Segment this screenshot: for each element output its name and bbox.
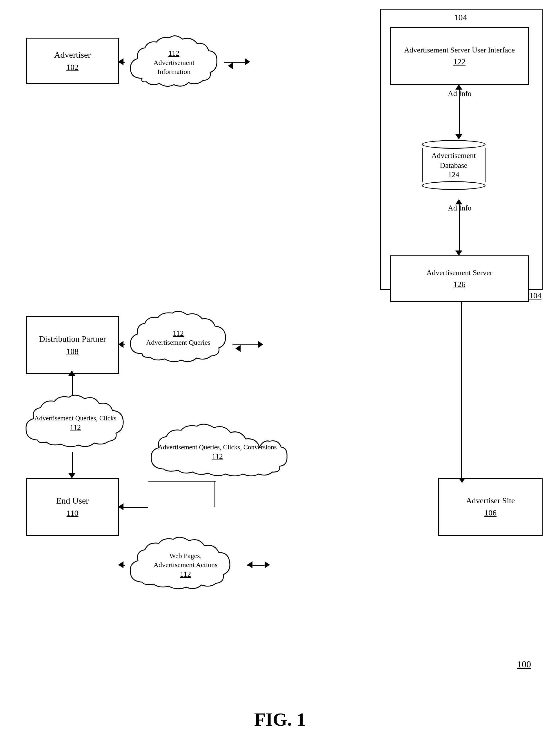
ad-database-label: Advertisement Database	[424, 151, 483, 170]
arrowhead-cloud5-back	[247, 561, 252, 568]
cloud-ad-queries: 112 Advertisement Queries	[125, 310, 232, 365]
cloud-ad-queries-clicks-content: Advertisement Queries, Clicks 112	[29, 411, 122, 435]
ad-server-ui-label: Advertisement Server User Interface	[404, 45, 515, 55]
arrow-cloud1-right	[224, 62, 246, 62]
cloud-ad-queries-conversions-ref: 112	[158, 452, 276, 462]
cloud-ad-info-ref: 112	[153, 48, 194, 58]
end-user-label: End User	[56, 495, 89, 507]
arrow-dp-down	[72, 374, 73, 396]
cloud-ad-queries-conversions-content: Advertisement Queries, Clicks, Conversio…	[152, 440, 282, 464]
cloud-web-pages-content: Web Pages,Advertisement Actions 112	[148, 549, 223, 582]
cloud-ad-queries-conversions-label: Advertisement Queries, Clicks, Conversio…	[158, 443, 276, 452]
cloud-ad-info-label: AdvertisementInformation	[153, 58, 194, 76]
advertiser-ref: 102	[66, 62, 78, 73]
arrow-adserver-down	[461, 301, 462, 479]
cloud-ad-queries-label: Advertisement Queries	[146, 338, 210, 347]
cloud-ad-queries-content: 112 Advertisement Queries	[140, 326, 216, 350]
cloud-ad-queries-clicks-ref: 112	[34, 423, 117, 433]
cloud-ad-info-content: 112 AdvertisementInformation	[148, 45, 200, 79]
cloud-ad-queries-conversions: Advertisement Queries, Clicks, Conversio…	[145, 423, 290, 481]
end-user-ref: 110	[67, 508, 78, 519]
distribution-partner-box: Distribution Partner 108	[26, 316, 119, 374]
arrow-cloud4-h-top	[148, 481, 216, 481]
arrowhead-cloud2-left	[118, 341, 124, 348]
arrowhead-left-1	[118, 58, 124, 65]
production-site-ref: 104	[529, 291, 541, 300]
cloud-web-pages-label: Web Pages,Advertisement Actions	[154, 552, 218, 569]
arrow-ui-to-db	[459, 86, 460, 135]
diagram: 104 Advertisement Server User Interface …	[17, 9, 543, 705]
ad-server-label: Advertisement Server	[426, 268, 492, 278]
advertiser-site-ref: 106	[484, 507, 497, 519]
advertiser-box: Advertiser 102	[26, 38, 119, 84]
production-site-label: 104	[379, 12, 542, 22]
ref-100: 100	[517, 659, 531, 670]
arrowhead-adserver-down	[458, 478, 465, 483]
ad-database-cylinder: Advertisement Database 124	[422, 140, 486, 190]
production-site-box: 104 Advertisement Server User Interface …	[380, 9, 543, 290]
arrowhead-dp-up	[68, 371, 75, 376]
arrow-cloud3-down	[72, 452, 73, 474]
arrowhead-cloud5-right	[264, 561, 270, 568]
advertiser-site-box: Advertiser Site 106	[438, 478, 543, 536]
arrowhead-cloud2-right	[258, 341, 263, 348]
cloud-ad-queries-clicks: Advertisement Queries, Clicks 112	[20, 394, 131, 452]
cloud-web-pages-ref: 112	[154, 569, 218, 579]
arrowhead-cloud2-back	[235, 345, 240, 352]
end-user-box: End User 110	[26, 478, 119, 536]
arrowhead-left-2	[228, 62, 233, 69]
arrowhead-cloud5-left	[118, 561, 124, 568]
arrowhead-down-2	[455, 251, 462, 256]
cloud-web-pages: Web Pages,Advertisement Actions 112	[125, 536, 246, 594]
arrowhead-down-1	[455, 134, 462, 139]
arrow-cloud4-v	[214, 481, 215, 507]
advertiser-label: Advertiser	[54, 49, 91, 61]
fig-label: FIG. 1	[254, 709, 306, 730]
distribution-partner-label: Distribution Partner	[39, 333, 106, 345]
arrowhead-up-2	[455, 199, 462, 204]
arrowhead-right-1	[245, 58, 250, 65]
arrow-db-to-server	[459, 200, 460, 251]
cloud-ad-info: 112 AdvertisementInformation	[125, 35, 223, 90]
ad-database-ref: 124	[448, 170, 459, 179]
cloud-ad-queries-clicks-label: Advertisement Queries, Clicks	[34, 414, 117, 423]
advertiser-site-label: Advertiser Site	[466, 495, 515, 506]
arrowhead-cloud4-eu	[118, 503, 124, 510]
cloud-ad-queries-ref: 112	[146, 328, 210, 338]
arrowhead-up-1	[455, 85, 462, 90]
ad-server-ui-box: Advertisement Server User Interface 122	[390, 27, 529, 85]
ad-server-ref: 126	[453, 279, 465, 290]
ad-server-ui-ref: 122	[453, 56, 465, 67]
distribution-partner-ref: 108	[66, 346, 78, 357]
ad-server-box: Advertisement Server 126	[390, 256, 529, 302]
